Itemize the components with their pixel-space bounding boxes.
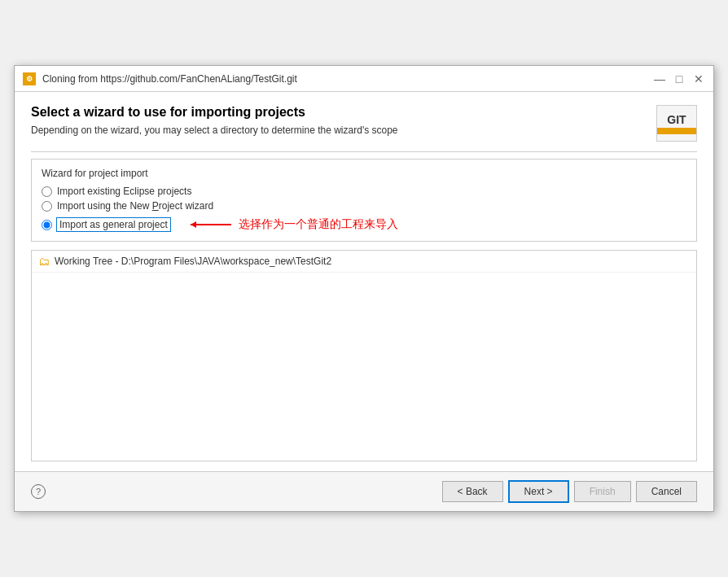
- header-text: Select a wizard to use for importing pro…: [31, 105, 398, 136]
- cancel-button[interactable]: Cancel: [636, 481, 697, 502]
- close-button[interactable]: ✕: [692, 72, 705, 85]
- footer-left: ?: [31, 484, 46, 499]
- header-section: Select a wizard to use for importing pro…: [31, 105, 697, 142]
- radio-existing[interactable]: [42, 186, 52, 197]
- annotation-area: Import as general project 选择作为一个普通的工程来导入: [42, 216, 686, 233]
- svg-marker-1: [191, 221, 196, 228]
- arrow-icon: [186, 216, 235, 233]
- git-logo-text: GIT: [667, 113, 686, 126]
- radio-general-label: Import as general project: [57, 218, 170, 231]
- app-icon: ⚙: [23, 72, 36, 85]
- maximize-button[interactable]: □: [673, 72, 686, 85]
- git-logo-bar: [657, 128, 696, 134]
- title-bar-controls: — □ ✕: [653, 72, 705, 85]
- next-button[interactable]: Next >: [508, 480, 569, 503]
- page-title: Select a wizard to use for importing pro…: [31, 105, 398, 120]
- radio-item-new-project[interactable]: Import using the New Project wizard: [42, 200, 686, 212]
- annotation: 选择作为一个普通的工程来导入: [186, 216, 398, 233]
- folder-icon: 🗂: [38, 255, 50, 268]
- radio-new-project-label: Import using the New Project wizard: [57, 200, 213, 212]
- title-bar: ⚙ Cloning from https://github.com/FanChe…: [15, 66, 713, 92]
- footer-area: ? < Back Next > Finish Cancel: [15, 471, 713, 511]
- wizard-section: Wizard for project import Import existin…: [31, 159, 697, 242]
- finish-button: Finish: [574, 481, 631, 502]
- back-button[interactable]: < Back: [442, 481, 503, 502]
- minimize-button[interactable]: —: [653, 72, 666, 85]
- radio-existing-label: Import existing Eclipse projects: [57, 186, 191, 197]
- window-title: Cloning from https://github.com/FanChenA…: [42, 73, 297, 85]
- footer-buttons: < Back Next > Finish Cancel: [442, 480, 697, 503]
- git-logo: GIT: [656, 105, 697, 142]
- annotation-text: 选择作为一个普通的工程来导入: [239, 217, 398, 232]
- help-button[interactable]: ?: [31, 484, 46, 499]
- wizard-section-title: Wizard for project import: [42, 168, 686, 179]
- tree-item-label: Working Tree - D:\Program Files\JAVA\wor…: [55, 256, 331, 267]
- radio-new-project[interactable]: [42, 201, 52, 212]
- radio-general[interactable]: [42, 220, 52, 230]
- radio-item-existing[interactable]: Import existing Eclipse projects: [42, 186, 686, 197]
- main-window: ⚙ Cloning from https://github.com/FanChe…: [14, 65, 714, 512]
- page-subtitle: Depending on the wizard, you may select …: [31, 125, 398, 136]
- radio-group: Import existing Eclipse projects Import …: [42, 186, 686, 233]
- content-area: Select a wizard to use for importing pro…: [15, 92, 713, 471]
- header-separator: [31, 151, 697, 152]
- title-bar-left: ⚙ Cloning from https://github.com/FanChe…: [23, 72, 297, 85]
- tree-item[interactable]: 🗂 Working Tree - D:\Program Files\JAVA\w…: [32, 251, 696, 273]
- tree-section: 🗂 Working Tree - D:\Program Files\JAVA\w…: [31, 250, 697, 461]
- radio-item-general[interactable]: Import as general project: [42, 218, 170, 231]
